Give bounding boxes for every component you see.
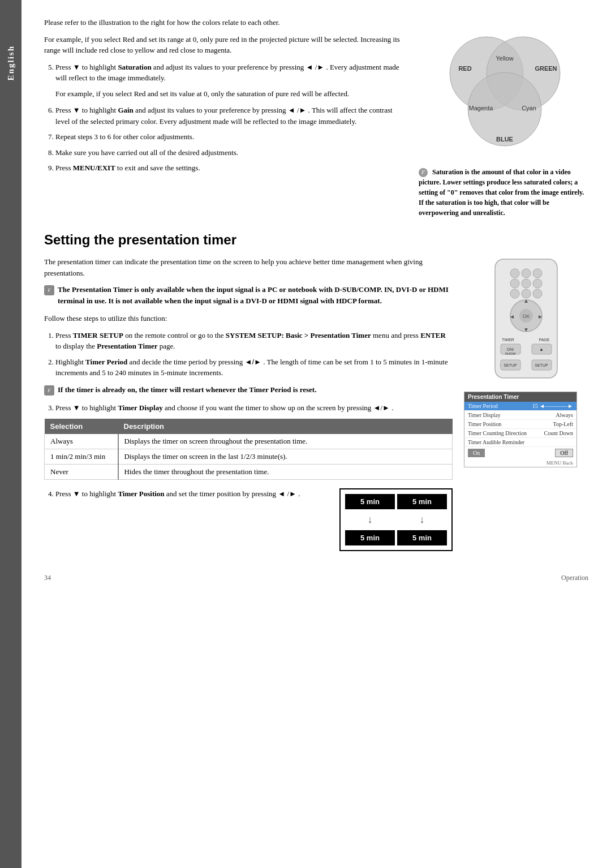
selection-never: Never [45, 465, 118, 480]
pt-on-button[interactable]: On [468, 449, 485, 457]
pt-row-direction: Timer Counting Direction Count Down [464, 429, 576, 438]
table-row: Never Hides the timer throughout the pre… [45, 465, 453, 480]
step-6: Press ▼ to highlight Gain and adjust its… [55, 105, 402, 127]
svg-text:▲: ▲ [523, 298, 529, 304]
pt-value-period: 15 ◄————► [532, 403, 573, 409]
svg-point-7 [510, 279, 519, 288]
bottom-section: Press ▼ to highlight Timer Position and … [44, 488, 453, 551]
pt-value-display: Always [556, 412, 573, 418]
top-section: Please refer to the illustration to the … [44, 17, 588, 218]
pt-label-display: Timer Display [468, 412, 501, 418]
svg-text:PAGE: PAGE [539, 338, 550, 342]
svg-text:▲: ▲ [539, 347, 544, 352]
pt-on-off: On Off [464, 447, 576, 459]
timer-grid: 5 min 5 min ↓ ↓ 5 min 5 min [339, 488, 453, 551]
steps-cont: Press ▼ to highlight Timer Display and c… [55, 402, 453, 414]
warning-block-1: F The Presentation Timer is only availab… [44, 284, 453, 306]
svg-point-8 [522, 279, 531, 288]
step5-example: For example, if you select Red and set i… [55, 88, 402, 100]
step-9: Press MENU/EXIT to exit and save the set… [55, 162, 402, 174]
svg-point-9 [533, 279, 542, 288]
svg-text:SETUP: SETUP [504, 363, 517, 367]
desc-min: Displays the timer on screen in the last… [118, 449, 453, 465]
selection-min: 1 min/2 min/3 min [45, 449, 118, 465]
section-title: Setting the presentation timer [44, 232, 588, 248]
cyan-label: Cyan [522, 105, 536, 111]
svg-point-10 [510, 289, 519, 298]
blue-label: BLUE [496, 136, 513, 143]
step4-text: Press ▼ to highlight Timer Position and … [44, 488, 328, 505]
timer-bottom-left: 5 min [345, 530, 395, 545]
main-content: Please refer to the illustration to the … [21, 0, 611, 868]
section-intro: The presentation timer can indicate the … [44, 256, 453, 278]
desc-never: Hides the timer throughout the presentat… [118, 465, 453, 480]
mid-right: OK ▲ ▼ ◄ ► TIMER PAGE ON/ SHOW ▲ [464, 256, 588, 551]
step-8: Make sure you have carried out all of th… [55, 147, 402, 158]
intro-p2: For example, if you select Red and set i… [44, 34, 402, 56]
pt-footer: MENU Back [464, 459, 576, 467]
follow-steps: Follow these steps to utilize this funct… [44, 313, 453, 324]
pt-label-reminder: Timer Audible Reminder [468, 439, 524, 445]
svg-text:◄: ◄ [509, 313, 515, 320]
pt-label-position: Timer Position [468, 421, 501, 427]
warning-icon-1: F [44, 285, 54, 295]
pt-label-direction: Timer Counting Direction [468, 430, 527, 436]
selection-always: Always [45, 434, 118, 449]
step-7: Repeat steps 3 to 6 for other color adju… [55, 131, 402, 143]
svg-point-11 [522, 289, 531, 298]
steps-list: Press ▼ to highlight Saturation and adju… [55, 62, 402, 174]
pt-value-direction: Count Down [544, 430, 573, 436]
intro-p1: Please refer to the illustration to the … [44, 17, 402, 28]
warning-block-2: F If the timer is already on, the timer … [44, 384, 453, 396]
section-name: Operation [561, 574, 588, 582]
svg-point-6 [533, 269, 542, 278]
red-label: RED [458, 65, 471, 72]
svg-point-5 [522, 269, 531, 278]
step-5: Press ▼ to highlight Saturation and adju… [55, 62, 402, 100]
pt-row-display: Timer Display Always [464, 411, 576, 420]
main-step-2: Highlight Timer Period and decide the ti… [55, 356, 453, 379]
timer-position-diagram: 5 min 5 min ↓ ↓ 5 min 5 min [339, 488, 453, 551]
arrow-down-left: ↓ [345, 512, 395, 528]
svg-text:OK: OK [522, 313, 530, 319]
page: English Please refer to the illustration… [0, 0, 611, 868]
pt-header: Presentation Timer [464, 392, 576, 402]
presentation-timer-box: Presentation Timer Timer Period 15 ◄————… [464, 392, 577, 467]
timer-top-right: 5 min [397, 494, 447, 509]
timer-top-left: 5 min [345, 494, 395, 509]
table-row: 1 min/2 min/3 min Displays the timer on … [45, 449, 453, 465]
main-steps: Press TIMER SETUP on the remote control … [55, 330, 453, 379]
green-label: GREEN [535, 65, 557, 72]
remote-control-image: OK ▲ ▼ ◄ ► TIMER PAGE ON/ SHOW ▲ [484, 256, 569, 383]
page-number: 34 [44, 574, 51, 582]
table-row: Always Displays the timer on screen thro… [45, 434, 453, 449]
pt-row-reminder: Timer Audible Reminder [464, 438, 576, 447]
pt-label-period: Timer Period [468, 403, 498, 409]
main-step-1: Press TIMER SETUP on the remote control … [55, 330, 453, 352]
warning-text-2: If the timer is already on, the timer wi… [58, 384, 316, 396]
svg-text:SHOW: SHOW [505, 352, 516, 355]
magenta-label: Magenta [469, 105, 494, 111]
svg-point-12 [533, 289, 542, 298]
page-footer: 34 Operation [44, 574, 588, 582]
table-header-selection: Selection [45, 419, 118, 434]
intro-text: Please refer to the illustration to the … [44, 17, 402, 218]
saturation-note: F Saturation is the amount of that color… [419, 167, 588, 218]
sidebar-label: English [6, 45, 16, 80]
warning-text-1: The Presentation Timer is only available… [58, 284, 453, 306]
svg-text:SETUP: SETUP [535, 363, 548, 367]
selection-table: Selection Description Always Displays th… [44, 419, 453, 480]
timer-bottom-right: 5 min [397, 530, 447, 545]
svg-text:ON/: ON/ [507, 347, 514, 351]
mid-left: The presentation timer can indicate the … [44, 256, 453, 551]
desc-always: Displays the timer on screen throughout … [118, 434, 453, 449]
yellow-label: Yellow [496, 55, 513, 62]
warning-icon-2: F [44, 385, 54, 396]
note-icon: F [419, 168, 428, 177]
table-header-description: Description [118, 419, 453, 434]
color-venn-diagram: RED GREEN Yellow Magenta Cyan BLUE [424, 17, 583, 158]
pt-off-button[interactable]: Off [555, 449, 573, 457]
sidebar: English [0, 0, 21, 868]
pt-row-period: Timer Period 15 ◄————► [464, 402, 576, 411]
svg-point-4 [510, 269, 519, 278]
